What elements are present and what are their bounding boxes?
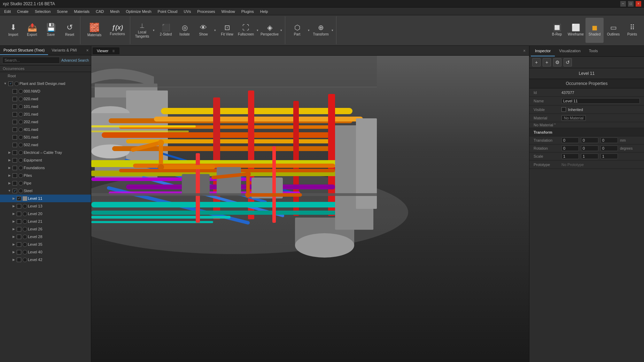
tree-item-level28[interactable]: ▶ Level 28 [0, 233, 91, 241]
tree-item-201nwd[interactable]: 201.nwd [0, 110, 91, 118]
translation-z-input[interactable] [600, 137, 618, 143]
inspector-add-button[interactable]: + [532, 58, 541, 66]
transform-dropdown[interactable]: ▾ [330, 18, 335, 43]
tab-visualization[interactable]: Visualization [555, 46, 585, 56]
tree-item-level20[interactable]: ▶ Level 20 [0, 210, 91, 218]
tab-tools[interactable]: Tools [585, 46, 602, 56]
pipe-checkbox[interactable] [13, 181, 17, 186]
level11-checkbox[interactable] [17, 196, 21, 201]
menu-scene[interactable]: Scene [54, 9, 70, 14]
reset-button[interactable]: ↺ Reset [61, 18, 79, 43]
tree-item-level40[interactable]: ▶ Level 40 [0, 248, 91, 256]
201nwd-checkbox[interactable] [13, 112, 17, 117]
tree-item-level21[interactable]: ▶ Level 21 [0, 218, 91, 225]
level42-checkbox[interactable] [17, 258, 21, 262]
local-tangents-dropdown[interactable]: ▾ [151, 18, 156, 43]
tree-item-level42[interactable]: ▶ Level 42 [0, 256, 91, 263]
menu-processes[interactable]: Processes [194, 9, 218, 14]
level35-checkbox[interactable] [17, 242, 21, 247]
outlines-button[interactable]: ▭ Outlines [604, 18, 622, 43]
level21-checkbox[interactable] [17, 219, 21, 224]
fullscreen-dropdown[interactable]: ▾ [255, 18, 260, 43]
inspector-add2-button[interactable]: + [543, 58, 551, 66]
plant-expand-icon[interactable]: ▼ [3, 81, 8, 86]
piles-checkbox[interactable] [13, 173, 17, 178]
tree-item-501nwd[interactable]: 501.nwd [0, 133, 91, 141]
export-button[interactable]: 📤 Export [23, 18, 41, 43]
level26-checkbox[interactable] [17, 227, 21, 231]
fullscreen-button[interactable]: ⛶ Fullscreen [237, 18, 255, 43]
part-dropdown[interactable]: ▾ [306, 18, 311, 43]
plant-checkbox[interactable] [8, 81, 13, 86]
visible-checkbox[interactable] [561, 107, 566, 112]
translation-y-input[interactable] [581, 137, 598, 143]
tree-item-level13[interactable]: ▶ Level 13 [0, 202, 91, 210]
search-input[interactable] [2, 57, 60, 64]
tree-item-000nwd[interactable]: 000.NWD [0, 87, 91, 95]
menu-point-cloud[interactable]: Point Cloud [155, 9, 180, 14]
level40-checkbox[interactable] [17, 250, 21, 254]
menu-materials[interactable]: Materials [71, 9, 92, 14]
tab-inspector[interactable]: Inspector [531, 46, 555, 56]
tree-item-101nwd[interactable]: 101.nwd [0, 103, 91, 110]
show-button[interactable]: 👁 Show [194, 18, 212, 43]
two-sided-button[interactable]: ⬛ 2-Sided [157, 18, 175, 43]
transform-button[interactable]: ⊕ Transform [312, 18, 330, 43]
menu-mesh[interactable]: Mesh [107, 9, 122, 14]
rotation-x-input[interactable] [561, 145, 579, 151]
501nwd-checkbox[interactable] [13, 135, 17, 140]
tree-item-pipe[interactable]: ▶ Pipe [0, 179, 91, 187]
viewer-close-button[interactable]: × [521, 48, 528, 53]
minimize-button[interactable]: − [620, 1, 626, 7]
tree-item-level26[interactable]: ▶ Level 26 [0, 225, 91, 233]
isolate-button[interactable]: ◎ Isolate [176, 18, 194, 43]
perspective-dropdown[interactable]: ▾ [279, 18, 284, 43]
viewer-tab-main[interactable]: Viewer ⏸ [93, 47, 119, 54]
menu-uvs[interactable]: UVs [181, 9, 194, 14]
tree-item-plant[interactable]: ▼ Plant and Stell Design.nwd [0, 80, 91, 87]
translation-x-input[interactable] [561, 137, 579, 143]
000nwd-checkbox[interactable] [13, 89, 17, 94]
tab-variants-pmi[interactable]: Variants & PMI [48, 46, 80, 55]
tree-item-piles[interactable]: ▶ Piles [0, 172, 91, 179]
menu-optimize-mesh[interactable]: Optimize Mesh [123, 9, 154, 14]
scale-z-input[interactable] [600, 154, 618, 159]
tree-item-electrical[interactable]: ▶ Electrical – Cable Tray [0, 149, 91, 156]
inspector-settings-button[interactable]: ⚙ [553, 58, 561, 66]
maximize-button[interactable]: □ [628, 1, 634, 7]
scale-y-input[interactable] [581, 154, 598, 159]
level13-checkbox[interactable] [17, 204, 21, 208]
menu-plugins[interactable]: Plugins [239, 9, 257, 14]
fit-view-button[interactable]: ⊡ Fit View [218, 18, 236, 43]
local-tangents-button[interactable]: ⟂ Local Tangents [133, 18, 151, 43]
no-material-badge[interactable]: No Material [561, 115, 586, 121]
menu-window[interactable]: Window [219, 9, 238, 14]
steel-checkbox[interactable] [13, 189, 17, 193]
502nwd-checkbox[interactable] [13, 143, 17, 147]
part-button[interactable]: ⬡ Part [288, 18, 306, 43]
inspector-refresh-button[interactable]: ↺ [564, 58, 572, 66]
close-button[interactable]: × [636, 1, 641, 7]
tree-item-401nwd[interactable]: 401.nwd [0, 126, 91, 133]
perspective-button[interactable]: ◈ Perspective [261, 18, 279, 43]
advanced-search-button[interactable]: Advanced Search [61, 58, 89, 62]
101nwd-checkbox[interactable] [13, 104, 17, 109]
brep-button[interactable]: 🔲 B-Rep [548, 18, 566, 43]
points-button[interactable]: ⠿ Points [623, 18, 641, 43]
show-dropdown[interactable]: ▾ [212, 18, 217, 43]
level20-checkbox[interactable] [17, 212, 21, 216]
tab-product-structure[interactable]: Product Structure (Tree) [0, 46, 48, 55]
menu-selection[interactable]: Selection [32, 9, 53, 14]
wireframe-button[interactable]: ⬜ Wireframe [567, 18, 585, 43]
name-value[interactable]: Level 11 [561, 98, 640, 104]
functions-button[interactable]: ƒ(x) Functions [106, 18, 129, 43]
menu-edit[interactable]: Edit [1, 9, 14, 14]
foundations-checkbox[interactable] [13, 166, 17, 170]
tree-item-foundations[interactable]: ▶ Foundations [0, 164, 91, 172]
materials-button[interactable]: 🧱 Materials [83, 18, 106, 43]
tree-item-502nwd[interactable]: 502.nwd [0, 141, 91, 149]
electrical-checkbox[interactable] [13, 150, 17, 155]
save-button[interactable]: 💾 Save [42, 18, 60, 43]
rotation-z-input[interactable] [600, 145, 618, 151]
tree-item-020nwd[interactable]: 020.nwd [0, 95, 91, 103]
